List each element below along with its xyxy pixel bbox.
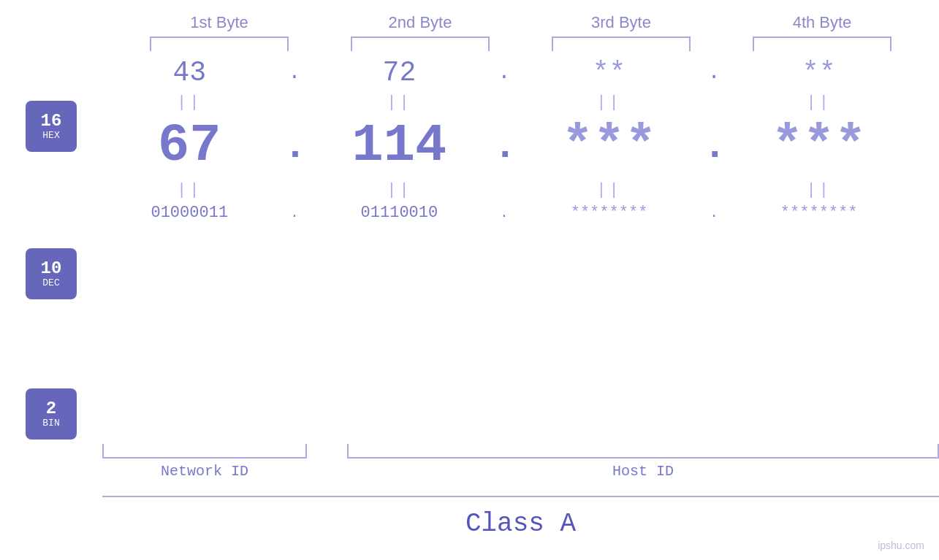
hex-dot1: . [284,61,305,84]
dec-dot2: . [493,124,515,169]
id-label-row: Network ID Host ID [102,463,939,480]
eq1-b3: || [529,93,690,112]
bin-badge-label: BIN [42,418,59,429]
class-label: Class A [102,509,939,539]
bin-badge-number: 2 [46,399,56,418]
dec-b2: 114 [319,116,479,176]
hex-badge-label: HEX [42,131,59,141]
bin-b2: 01110010 [319,204,479,222]
dec-value-row: 67 . 114 . *** . *** [102,116,906,176]
hex-b1: 43 [109,57,270,88]
dec-badge-label: DEC [42,278,59,288]
bracket-1 [150,37,289,51]
bin-value-row: 01000011 . 01110010 . ******** . *******… [102,204,906,222]
eq-row-1: || || || || [102,88,906,116]
hex-b2: 72 [319,57,479,88]
eq2-b2: || [319,181,479,199]
byte4-label: 4th Byte [742,13,902,32]
footer-text: ipshu.com [878,540,924,551]
byte1-label: 1st Byte [139,13,300,32]
hex-dot3: . [703,61,725,84]
eq2-b1: || [109,181,270,199]
eq-row-2: || || || || [102,176,906,204]
bin-dot2: . [493,206,515,220]
bottom-brackets [102,444,939,459]
bracket-4 [753,37,892,51]
network-id-label: Network ID [102,463,307,480]
bracket-3 [552,37,691,51]
dec-dot1: . [284,124,305,169]
host-bracket [347,444,939,459]
bin-b4: ******** [739,204,900,222]
dec-badge: 10 DEC [26,248,77,299]
dec-b1: 67 [109,116,270,176]
byte-headers: 1st Byte 2nd Byte 3rd Byte 4th Byte [119,0,923,32]
main-container: 1st Byte 2nd Byte 3rd Byte 4th Byte 16 H… [0,0,939,560]
hex-value-row: 43 . 72 . ** . ** [102,57,906,88]
byte2-label: 2nd Byte [340,13,501,32]
full-bottom-line [102,496,939,497]
byte3-label: 3rd Byte [541,13,702,32]
dec-badge-number: 10 [41,259,62,278]
hex-badge: 16 HEX [26,101,77,152]
bin-badge: 2 BIN [26,388,77,440]
eq1-b4: || [739,93,900,112]
hex-badge-number: 16 [41,112,62,131]
dec-b3: *** [529,116,690,176]
badges-column: 16 HEX 10 DEC 2 BIN [0,57,102,440]
top-brackets [119,37,923,51]
bin-b3: ******** [529,204,690,222]
hex-b3: ** [529,57,690,88]
dec-b4: *** [739,116,900,176]
bracket-2 [351,37,490,51]
hex-dot2: . [493,61,515,84]
hex-b4: ** [739,57,900,88]
eq1-b1: || [109,93,270,112]
host-id-label: Host ID [347,463,939,480]
bin-dot3: . [703,206,725,220]
network-bracket [102,444,307,459]
dec-dot3: . [703,124,725,169]
eq2-b4: || [739,181,900,199]
bin-b1: 01000011 [109,204,270,222]
bin-dot1: . [284,206,305,220]
id-gap [307,463,347,480]
eq2-b3: || [529,181,690,199]
eq1-b2: || [319,93,479,112]
